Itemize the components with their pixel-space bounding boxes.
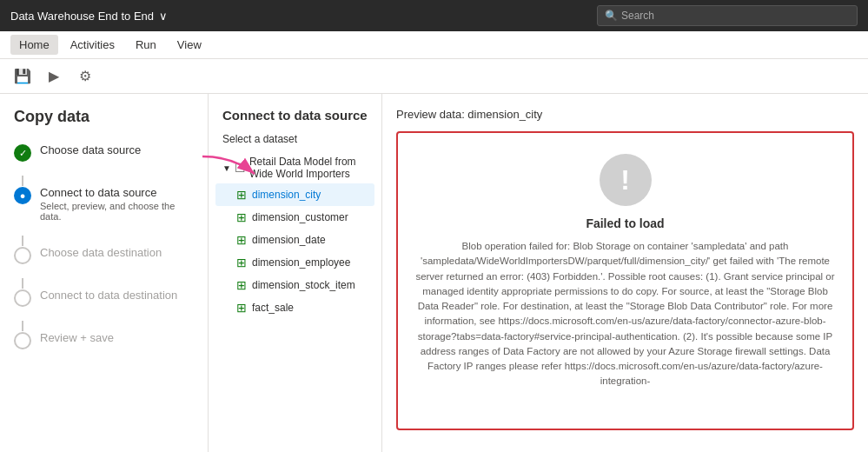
app-title: Data Warehouse End to End ∨ [10,10,168,23]
step-circle-3 [14,247,31,264]
step-circle-1: ✓ [14,144,31,162]
dataset-panel: Connect to data source Select a dataset … [209,94,382,452]
step-choose-dest[interactable]: Choose data destination [14,246,194,264]
step-choose-source[interactable]: ✓ Choose data source [14,143,194,162]
menu-bar: Home Activities Run View [0,31,868,59]
grid-icon-1: ⊞ [236,188,247,202]
step-label-5: Review + save [40,331,194,344]
menu-home[interactable]: Home [10,35,58,55]
settings-button[interactable]: ⚙ [73,64,97,89]
tree-child-label-3: dimension_date [252,234,326,246]
step-label-1: Choose data source [40,143,194,156]
tree-child-label-6: fact_sale [252,302,294,314]
error-exclamation-icon: ! [620,166,630,194]
step-info-2: Connect to data source Select, preview, … [40,186,194,222]
menu-activities[interactable]: Activities [62,35,123,55]
step-info-3: Choose data destination [40,246,194,259]
grid-icon-3: ⊞ [236,233,247,247]
step-label-4: Connect to data destination [40,289,194,302]
search-box[interactable]: 🔍 [597,5,858,26]
preview-title: Preview data: dimension_city [396,108,854,121]
step-circle-4 [14,289,31,307]
step-connector-2 [22,236,23,246]
tree-child-dimension_date[interactable]: ⊞ dimension_date [215,229,374,251]
error-box: ! Failed to load Blob operation failed f… [396,131,854,430]
toolbar: 💾 ▶ ⚙ [0,59,868,94]
step-info-4: Connect to data destination [40,289,194,302]
expand-icon: ▼ [222,163,231,173]
tree-child-dimension_employee[interactable]: ⊞ dimension_employee [215,251,374,274]
grid-icon-6: ⊞ [236,301,247,315]
app-title-text: Data Warehouse End to End [10,10,154,23]
error-title: Failed to load [586,216,664,230]
step-info-5: Review + save [40,331,194,344]
tree-child-label-5: dimension_stock_item [252,279,355,291]
copy-data-title: Copy data [14,108,194,126]
tree-parent-label: Retail Data Model from Wide World Import… [249,156,368,180]
connect-panel-title: Connect to data source [209,108,381,133]
save-button[interactable]: 💾 [10,64,35,89]
tree-child-label-1: dimension_city [252,189,321,201]
dataset-tree: ▼ ☐ Retail Data Model from Wide World Im… [209,152,381,319]
step-review[interactable]: Review + save [14,331,194,349]
menu-view[interactable]: View [169,35,210,55]
search-input[interactable] [621,10,850,22]
step-circle-2: ● [14,187,31,204]
tree-parent-retail[interactable]: ▼ ☐ Retail Data Model from Wide World Im… [215,152,374,183]
step-info-1: Choose data source [40,143,194,156]
step-connector-4 [22,321,23,331]
tree-child-dimension_city[interactable]: ⊞ dimension_city [215,183,374,206]
step-label-3: Choose data destination [40,246,194,259]
title-chevron-icon[interactable]: ∨ [159,10,168,23]
main-area: Copy data ✓ Choose data source ● Connect… [0,94,868,452]
step-connector-3 [22,278,23,289]
step-connector-1 [22,176,23,186]
error-icon-circle: ! [600,154,652,206]
grid-icon-2: ⊞ [236,210,247,224]
step-desc-2: Select, preview, and choose the data. [40,201,194,222]
step-circle-5 [14,332,31,349]
step-label-2: Connect to data source [40,186,194,199]
tree-child-label-2: dimension_customer [252,211,348,223]
step-connect-dest[interactable]: Connect to data destination [14,289,194,307]
dataset-subtitle: Select a dataset [209,133,381,152]
tree-child-label-4: dimension_employee [252,256,350,269]
grid-icon-4: ⊞ [236,256,247,269]
tree-child-dimension_customer[interactable]: ⊞ dimension_customer [215,206,374,229]
top-bar: Data Warehouse End to End ∨ 🔍 [0,0,868,31]
error-message: Blob operation failed for: Blob Storage … [415,239,835,389]
grid-icon-5: ⊞ [236,278,247,292]
tree-child-fact_sale[interactable]: ⊞ fact_sale [215,296,374,319]
dataset-folder-icon: ☐ [235,161,246,175]
run-button[interactable]: ▶ [42,64,66,89]
search-icon: 🔍 [605,10,618,22]
preview-panel: Preview data: dimension_city ! Failed to… [382,94,868,452]
menu-run[interactable]: Run [127,35,165,55]
step-connect-source[interactable]: ● Connect to data source Select, preview… [14,186,194,222]
steps-panel: Copy data ✓ Choose data source ● Connect… [0,94,209,452]
tree-child-dimension_stock_item[interactable]: ⊞ dimension_stock_item [215,274,374,296]
